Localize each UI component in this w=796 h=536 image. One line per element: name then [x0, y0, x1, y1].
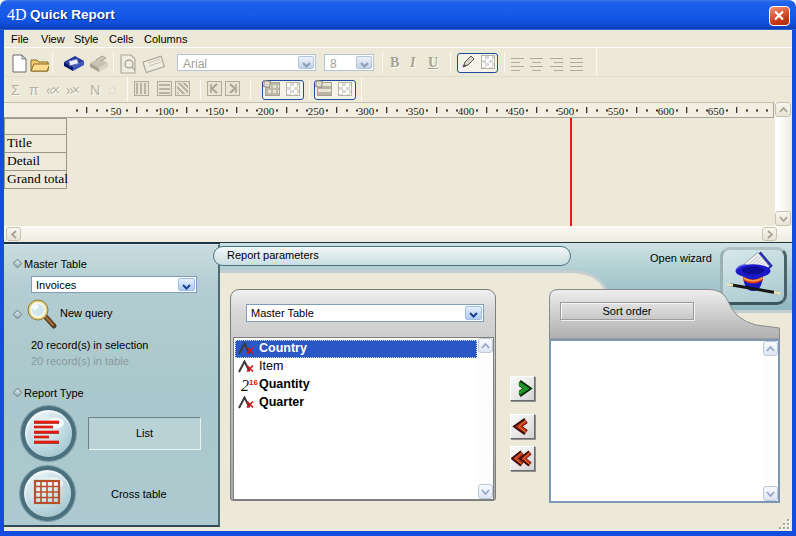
- svg-text:50: 50: [111, 105, 123, 117]
- svg-text:500: 500: [558, 105, 575, 117]
- svg-text:300: 300: [358, 105, 375, 117]
- svg-text:150: 150: [208, 105, 225, 117]
- svg-text:650: 650: [708, 105, 725, 117]
- svg-text:600: 600: [658, 105, 675, 117]
- svg-text:550: 550: [608, 105, 625, 117]
- svg-text:400: 400: [458, 105, 475, 117]
- svg-text:250: 250: [308, 105, 325, 117]
- svg-text:350: 350: [408, 105, 425, 117]
- svg-text:200: 200: [258, 105, 275, 117]
- svg-text:100: 100: [158, 105, 175, 117]
- svg-text:450: 450: [508, 105, 525, 117]
